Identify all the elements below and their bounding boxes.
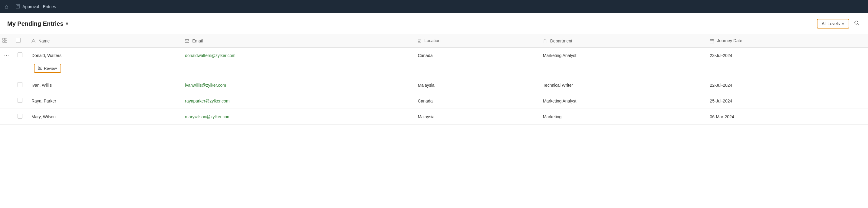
row-email-cell[interactable]: donaldwalters@zylker.com bbox=[180, 48, 413, 63]
row-name-cell: Raya, Parker bbox=[27, 93, 180, 109]
home-icon[interactable]: ⌂ bbox=[5, 4, 8, 10]
table-row: Ivan, Willis ivanwillis@zylker.com Malay… bbox=[0, 77, 868, 93]
row-options-cell[interactable]: ··· bbox=[0, 48, 13, 63]
col-header-department: Department bbox=[538, 34, 705, 48]
col-header-checkbox[interactable] bbox=[13, 34, 27, 48]
row-checkbox-cell[interactable] bbox=[13, 48, 27, 63]
col-header-options bbox=[0, 34, 13, 48]
row-options-cell bbox=[0, 109, 13, 125]
row-options-cell bbox=[0, 93, 13, 109]
all-levels-label: All Levels bbox=[822, 21, 840, 26]
row-location-cell: Malaysia bbox=[413, 77, 538, 93]
navbar-title-text: Approval - Entries bbox=[22, 4, 56, 9]
svg-point-10 bbox=[33, 40, 34, 41]
review-button-row: Review bbox=[0, 63, 868, 77]
review-button[interactable]: Review bbox=[34, 64, 61, 73]
svg-point-27 bbox=[39, 67, 41, 69]
pending-entries-title[interactable]: My Pending Entries ∨ bbox=[7, 20, 68, 27]
search-icon bbox=[854, 20, 860, 26]
row-email-cell[interactable]: rayaparker@zylker.com bbox=[180, 93, 413, 109]
document-icon bbox=[16, 4, 20, 9]
svg-rect-17 bbox=[544, 40, 546, 40]
row-email-link[interactable]: rayaparker@zylker.com bbox=[185, 99, 229, 103]
navbar-title: Approval - Entries bbox=[16, 4, 56, 9]
svg-rect-7 bbox=[5, 38, 7, 40]
row-checkbox[interactable] bbox=[18, 98, 22, 103]
row-journey-date-cell: 22-Jul-2024 bbox=[705, 77, 868, 93]
svg-line-5 bbox=[858, 24, 859, 25]
col-header-email: Email bbox=[180, 34, 413, 48]
row-department-cell: Marketing bbox=[538, 109, 705, 125]
svg-rect-22 bbox=[710, 40, 714, 43]
row-checkbox[interactable] bbox=[18, 114, 22, 119]
row-checkbox[interactable] bbox=[18, 52, 22, 57]
review-btn-cell: Review bbox=[27, 63, 868, 77]
top-navbar: ⌂ Approval - Entries bbox=[0, 0, 868, 14]
svg-rect-9 bbox=[5, 41, 7, 43]
row-options-cell bbox=[0, 77, 13, 93]
table-header-row: Name Email bbox=[0, 34, 868, 48]
entries-table: Name Email bbox=[0, 34, 868, 125]
row-checkbox-cell[interactable] bbox=[13, 93, 27, 109]
row-journey-date-cell: 23-Jul-2024 bbox=[705, 48, 868, 63]
row-email-link[interactable]: marywilson@zylker.com bbox=[185, 114, 230, 119]
row-department-cell: Marketing Analyst bbox=[538, 93, 705, 109]
row-checkbox-cell[interactable] bbox=[13, 109, 27, 125]
all-levels-button[interactable]: All Levels ∨ bbox=[817, 19, 849, 28]
svg-rect-11 bbox=[185, 40, 189, 43]
col-header-journey-date: Journey Date bbox=[705, 34, 868, 48]
row-location-cell: Canada bbox=[413, 93, 538, 109]
svg-rect-26 bbox=[38, 66, 42, 70]
row-checkbox-cell[interactable] bbox=[13, 77, 27, 93]
row-email-cell[interactable]: ivanwillis@zylker.com bbox=[180, 77, 413, 93]
row-name-cell: Donald, Walters bbox=[27, 48, 180, 63]
header-checkbox[interactable] bbox=[16, 38, 21, 43]
location-icon bbox=[417, 38, 423, 43]
svg-rect-8 bbox=[3, 41, 4, 43]
person-icon bbox=[31, 38, 37, 43]
header-right-controls: All Levels ∨ bbox=[817, 19, 861, 28]
pending-title-text: My Pending Entries bbox=[7, 20, 64, 27]
col-header-name: Name bbox=[27, 34, 180, 48]
envelope-icon bbox=[185, 38, 190, 43]
review-button-label: Review bbox=[44, 66, 57, 71]
calendar-icon bbox=[710, 38, 715, 43]
table-row: Raya, Parker rayaparker@zylker.com Canad… bbox=[0, 93, 868, 109]
layout-icon bbox=[2, 38, 7, 43]
header-bar: My Pending Entries ∨ All Levels ∨ bbox=[0, 14, 868, 34]
table-row: Mary, Wilson marywilson@zylker.com Malay… bbox=[0, 109, 868, 125]
row-options-icon[interactable]: ··· bbox=[4, 53, 9, 58]
building-icon bbox=[543, 38, 549, 43]
navbar-divider bbox=[12, 4, 12, 10]
svg-rect-16 bbox=[543, 40, 547, 43]
row-name-cell: Ivan, Willis bbox=[27, 77, 180, 93]
row-email-link[interactable]: donaldwalters@zylker.com bbox=[185, 53, 236, 58]
svg-rect-6 bbox=[3, 38, 4, 40]
row-department-cell: Technical Writer bbox=[538, 77, 705, 93]
all-levels-chevron-icon: ∨ bbox=[842, 22, 844, 26]
row-department-cell: Marketing Analyst bbox=[538, 48, 705, 63]
entries-table-container: Name Email bbox=[0, 34, 868, 125]
row-email-cell[interactable]: marywilson@zylker.com bbox=[180, 109, 413, 125]
row-email-link[interactable]: ivanwillis@zylker.com bbox=[185, 83, 226, 88]
row-checkbox[interactable] bbox=[18, 82, 22, 87]
row-journey-date-cell: 06-Mar-2024 bbox=[705, 109, 868, 125]
row-location-cell: Malaysia bbox=[413, 109, 538, 125]
row-name-cell: Mary, Wilson bbox=[27, 109, 180, 125]
review-icon bbox=[38, 66, 42, 71]
row-location-cell: Canada bbox=[413, 48, 538, 63]
row-journey-date-cell: 25-Jul-2024 bbox=[705, 93, 868, 109]
main-content: My Pending Entries ∨ All Levels ∨ bbox=[0, 14, 868, 208]
search-button[interactable] bbox=[853, 19, 861, 28]
pending-title-chevron-icon: ∨ bbox=[65, 21, 68, 26]
table-row: ··· Donald, Walters donaldwalters@zylker… bbox=[0, 48, 868, 63]
col-header-location: Location bbox=[413, 34, 538, 48]
